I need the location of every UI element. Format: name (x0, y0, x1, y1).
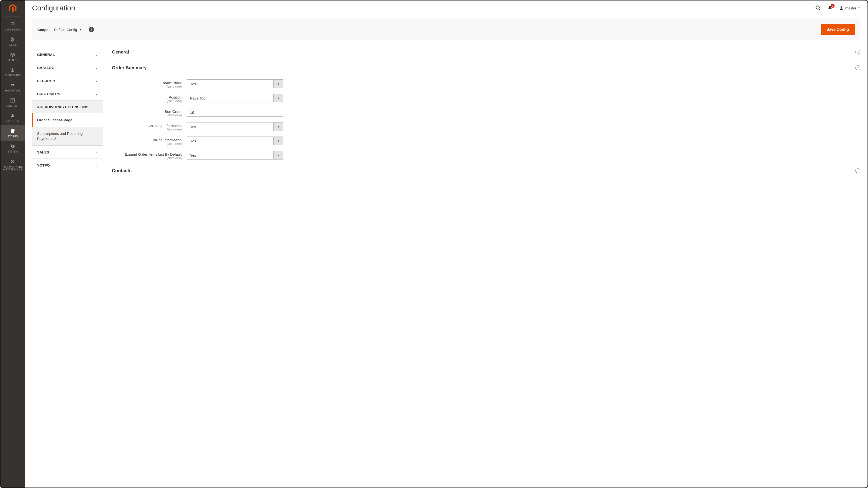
shipping-info-select[interactable]: Yes ▼ (187, 122, 283, 131)
settings-panel: General ⌄ Order Summary ⌃ Enable Block [… (112, 48, 860, 488)
sidebar-label: MARKETING (5, 89, 20, 92)
sidebar-label: CUSTOMERS (5, 74, 21, 77)
field-scope: [store view] (112, 99, 182, 103)
field-label: Expand Order Items List By Default (112, 152, 182, 156)
config-tab-label: SALES (37, 150, 49, 154)
chevron-down-icon: ⌄ (95, 66, 98, 69)
field-label: Enable Block (112, 81, 182, 85)
sidebar-item-dashboard[interactable]: DASHBOARD (0, 19, 25, 34)
expand-items-select[interactable]: Yes ▼ (187, 151, 283, 160)
chevron-down-icon: ⌄ (95, 79, 98, 83)
config-tab-sales[interactable]: SALES ⌄ (32, 145, 103, 159)
user-menu[interactable]: master ▼ (839, 6, 860, 10)
field-scope: [store view] (112, 85, 182, 88)
select-value: Yes (187, 137, 273, 145)
dashboard-icon (10, 21, 15, 27)
collapse-down-icon: ⌄ (856, 50, 860, 55)
field-label: Billing Information (112, 138, 182, 142)
caret-down-icon: ▼ (858, 7, 860, 9)
box-icon (10, 52, 15, 58)
save-config-button[interactable]: Save Config (821, 24, 855, 35)
layout-icon (10, 97, 15, 104)
scope-label: Scope: (37, 28, 50, 32)
config-subitem-subscriptions[interactable]: Subscriptions and Recurring Payments 2 (32, 127, 103, 145)
config-tab-general[interactable]: GENERAL ⌄ (32, 48, 103, 61)
config-tab-customers[interactable]: CUSTOMERS ⌄ (32, 87, 103, 100)
enable-block-select[interactable]: Yes ▼ (187, 79, 283, 88)
sidebar-label: CATALOG (7, 59, 19, 62)
chevron-down-icon: ⌄ (95, 150, 98, 154)
chevron-down-icon: ⌄ (95, 92, 98, 96)
config-tab-label: YOTPO (37, 163, 50, 167)
section-title: General (112, 50, 129, 55)
sidebar-item-sales[interactable]: $ SALES (0, 34, 25, 49)
config-tab-label: SECURITY (37, 79, 56, 83)
sort-order-input[interactable] (187, 108, 283, 117)
user-name: master (845, 6, 857, 10)
sidebar-item-stores[interactable]: STORES (0, 125, 25, 141)
sidebar-label: FIND PARTNERS & EXTENSIONS (1, 166, 24, 171)
config-tab-yotpo[interactable]: YOTPO ⌄ (32, 159, 103, 172)
config-subitem-order-success[interactable]: Order Success Page (32, 113, 103, 127)
sidebar-label: STORES (7, 135, 18, 138)
person-icon (10, 67, 15, 73)
sidebar-item-system[interactable]: SYSTEM (0, 141, 25, 156)
config-tab-label: CUSTOMERS (37, 92, 60, 96)
magento-logo[interactable] (7, 3, 18, 13)
field-scope: [store view] (112, 156, 182, 160)
section-order-summary[interactable]: Order Summary ⌃ (112, 64, 860, 75)
sidebar-item-reports[interactable]: REPORTS (0, 110, 25, 125)
chevron-down-icon: ⌄ (95, 53, 98, 56)
svg-point-9 (841, 6, 842, 8)
svg-point-7 (816, 6, 819, 9)
page-header: Configuration 1 master ▼ (25, 0, 868, 14)
sidebar-label: DASHBOARD (5, 28, 21, 31)
sidebar-item-customers[interactable]: CUSTOMERS (0, 64, 25, 79)
sidebar-label: CONTENT (6, 104, 19, 107)
field-label: Sort Order (112, 109, 182, 113)
select-value: Yes (187, 151, 273, 159)
field-label: Shipping Information (112, 124, 182, 128)
scope-value: Default Config (54, 28, 77, 32)
section-title: Order Summary (112, 65, 147, 70)
sidebar-item-catalog[interactable]: CATALOG (0, 49, 25, 64)
sidebar-item-partners[interactable]: FIND PARTNERS & EXTENSIONS (0, 156, 25, 174)
sidebar-item-marketing[interactable]: MARKETING (0, 79, 25, 95)
field-scope: [store view] (112, 128, 182, 131)
config-tab-security[interactable]: SECURITY ⌄ (32, 74, 103, 87)
scope-select[interactable]: Default Config ▼ (54, 28, 82, 32)
field-scope: [store view] (112, 142, 182, 145)
sidebar-label: SYSTEM (7, 150, 18, 153)
svg-rect-6 (13, 115, 14, 118)
notification-badge: 1 (831, 4, 835, 8)
caret-down-icon: ▼ (273, 151, 283, 159)
user-icon (839, 6, 844, 10)
caret-down-icon: ▼ (273, 123, 283, 131)
select-value: Yes (187, 79, 273, 88)
billing-info-select[interactable]: Yes ▼ (187, 136, 283, 145)
select-value: Page Top (187, 94, 273, 102)
caret-down-icon: ▼ (273, 94, 283, 102)
scope-bar: Scope: Default Config ▼ ? Save Config (32, 19, 860, 40)
config-tab-aheadworks[interactable]: AHEADWORKS EXTENSIONS ⌃ (32, 100, 103, 113)
section-contacts[interactable]: Contacts ⌄ (112, 166, 860, 178)
select-value: Yes (187, 123, 273, 131)
config-tab-catalog[interactable]: CATALOG ⌄ (32, 61, 103, 74)
caret-down-icon: ▼ (80, 28, 82, 31)
page-title: Configuration (32, 4, 815, 12)
help-icon[interactable]: ? (89, 27, 94, 32)
sidebar-item-content[interactable]: CONTENT (0, 95, 25, 110)
admin-sidebar: DASHBOARD $ SALES CATALOG CUSTOMERS MARK… (0, 0, 25, 488)
collapse-down-icon: ⌄ (856, 168, 860, 173)
search-icon[interactable] (815, 5, 821, 11)
caret-down-icon: ▼ (273, 79, 283, 88)
svg-line-8 (819, 9, 820, 10)
field-label: Position (112, 95, 182, 99)
config-tab-label: AHEADWORKS EXTENSIONS (37, 105, 88, 109)
puzzle-icon (10, 158, 15, 165)
position-select[interactable]: Page Top ▼ (187, 94, 283, 102)
collapse-up-icon: ⌃ (856, 65, 860, 70)
sidebar-label: SALES (8, 43, 17, 46)
notifications-icon[interactable]: 1 (827, 5, 833, 11)
section-general[interactable]: General ⌄ (112, 48, 860, 59)
